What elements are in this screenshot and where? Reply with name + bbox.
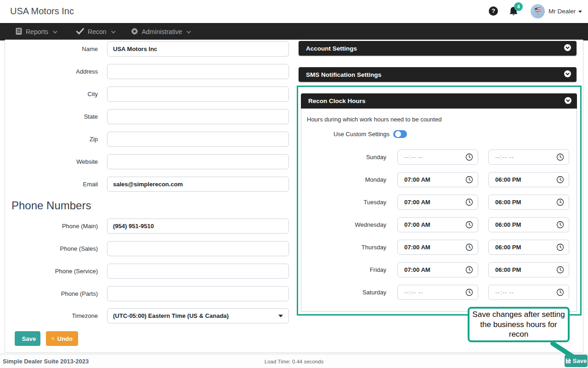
address-field[interactable] [107, 64, 289, 79]
load-time: Load Time: 0.44 seconds [0, 359, 588, 364]
clock-icon[interactable] [465, 198, 473, 206]
zip-field[interactable] [107, 132, 289, 147]
clock-icon[interactable] [556, 153, 564, 161]
accordion-sms-settings[interactable]: SMS Notification Settings [299, 67, 577, 82]
chevron-down-icon [53, 29, 57, 34]
phone-numbers-heading: Phone Numbers [11, 199, 292, 212]
day-row-thursday: Thursday [301, 240, 577, 255]
nav-item-reports[interactable]: Reports [16, 28, 56, 36]
floppy-icon [565, 358, 571, 364]
website-field[interactable] [107, 154, 289, 169]
top-header: USA Motors Inc ? 4 Mr Dealer [0, 0, 588, 23]
callout-tooltip: Save changes after setting the business … [468, 307, 570, 342]
phone-service-field[interactable] [107, 264, 289, 279]
phone-main-field[interactable] [107, 218, 289, 234]
day-row-sunday: Sunday [301, 150, 577, 165]
website-label: Website [7, 158, 98, 165]
name-label: Name [7, 46, 98, 52]
recon-clock-hours-body: Hours during which work hours need to be… [301, 109, 577, 312]
nav-label-administrative: Administrative [142, 28, 182, 35]
clock-icon[interactable] [556, 198, 564, 206]
app-window: USA Motors Inc ? 4 Mr Dealer [0, 0, 588, 368]
phone-parts-label: Phone (Parts) [7, 290, 98, 297]
clock-icon[interactable] [556, 243, 564, 251]
nav-label-reports: Reports [26, 28, 48, 35]
timezone-select[interactable]: (UTC-05:00) Eastern Time (US & Canada) [107, 308, 289, 323]
clock-icon[interactable] [556, 176, 564, 184]
form-row: State [7, 109, 292, 124]
day-label: Tuesday [301, 199, 386, 206]
user-menu[interactable]: Mr Dealer [548, 8, 582, 15]
day-row-wednesday: Wednesday [301, 217, 577, 232]
clock-icon[interactable] [556, 288, 564, 296]
chevron-down-icon [111, 29, 115, 34]
nav-item-recon[interactable]: Recon [76, 28, 114, 36]
account-settings-title: Account Settings [306, 45, 357, 52]
form-actions: Save Undo [15, 331, 292, 346]
form-row: Phone (Sales) [7, 241, 292, 256]
chevron-down-icon [187, 29, 191, 34]
clock-icon[interactable] [465, 153, 473, 161]
clock-icon[interactable] [465, 266, 473, 274]
city-field[interactable] [107, 86, 289, 102]
zip-label: Zip [7, 136, 98, 143]
bell-icon [508, 11, 519, 19]
accordion-recon-clock-hours[interactable]: Recon Clock Hours [301, 93, 577, 109]
phone-main-label: Phone (Main) [7, 223, 98, 230]
main-nav: Reports Recon Administrative [0, 23, 588, 40]
day-label: Sunday [301, 154, 386, 161]
accordion-account-settings[interactable]: Account Settings [299, 41, 577, 56]
phone-sales-field[interactable] [107, 241, 289, 256]
recon-clock-hours-title: Recon Clock Hours [308, 98, 366, 104]
nav-label-recon: Recon [88, 28, 106, 35]
name-field[interactable] [107, 41, 289, 57]
address-label: Address [7, 68, 98, 75]
form-row: Name [7, 41, 292, 57]
state-label: State [7, 113, 98, 120]
use-custom-settings-label: Use Custom Settings [334, 131, 390, 138]
notification-badge: 4 [514, 2, 523, 11]
day-label: Friday [301, 266, 386, 273]
help-icon[interactable]: ? [489, 6, 498, 16]
form-row: Address [7, 64, 292, 79]
clock-icon[interactable] [465, 221, 473, 229]
phone-service-label: Phone (Service) [7, 268, 98, 275]
clock-icon[interactable] [465, 288, 473, 296]
save-button[interactable]: Save [15, 331, 40, 346]
clock-icon[interactable] [465, 243, 473, 251]
use-custom-settings-toggle[interactable] [393, 130, 407, 138]
clock-icon[interactable] [556, 221, 564, 229]
clock-icon[interactable] [556, 266, 564, 274]
form-row: Zip [7, 132, 292, 147]
avatar[interactable] [531, 4, 545, 18]
form-row: Email [7, 177, 292, 192]
nav-item-administrative[interactable]: Administrative [131, 28, 190, 36]
undo-button-label: Undo [57, 335, 73, 342]
state-field[interactable] [107, 109, 289, 124]
footer-save-label: Save [573, 357, 587, 364]
form-row: Timezone (UTC-05:00) Eastern Time (US & … [7, 308, 292, 323]
undo-icon [51, 335, 55, 342]
timezone-label: Timezone [7, 312, 98, 319]
status-bar: Simple Dealer Suite 2013-2023 Load Time:… [0, 354, 588, 368]
phone-parts-field[interactable] [107, 286, 289, 301]
day-label: Wednesday [301, 221, 386, 228]
user-name-label: Mr Dealer [548, 8, 576, 15]
form-row: Phone (Service) [7, 264, 292, 279]
timezone-value: (UTC-05:00) Eastern Time (US & Canada) [113, 312, 229, 319]
dealer-info-form: Name Address City State Zip Website Emai… [7, 41, 292, 346]
email-field[interactable] [107, 177, 289, 192]
undo-button[interactable]: Undo [46, 331, 78, 346]
email-label: Email [7, 181, 98, 188]
footer-save-button[interactable]: Save [565, 355, 588, 367]
reports-journal-icon [16, 28, 22, 36]
city-label: City [7, 91, 98, 98]
day-row-monday: Monday [301, 172, 577, 187]
check-icon [76, 28, 84, 36]
caret-down-icon [278, 315, 283, 317]
gear-icon [131, 28, 138, 36]
clock-icon[interactable] [465, 176, 473, 184]
phone-sales-label: Phone (Sales) [7, 245, 98, 252]
day-label: Saturday [301, 289, 386, 296]
chevron-circle-down-icon [564, 70, 571, 79]
